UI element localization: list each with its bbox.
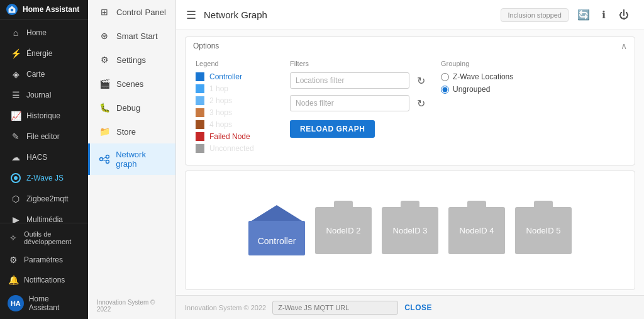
node-4-shape: NodeID 4 [448, 207, 505, 254]
svg-line-8 [103, 160, 106, 161]
radio-locations-label: Z-Wave Locations [453, 72, 513, 81]
legend-item-hop3: 3 hops [196, 108, 277, 117]
legend-item-unconnected: Unconnected [196, 144, 277, 153]
submenu-item-smart-start-label: Smart Start [116, 31, 158, 41]
radio-locations[interactable] [441, 73, 449, 81]
failed-color-swatch [196, 132, 204, 141]
controller-legend-link[interactable]: Controller [209, 72, 242, 81]
hop2-color-swatch [196, 96, 204, 105]
sidebar-item-hacs[interactable]: ☁ HACS [3, 147, 86, 167]
options-label: Options [193, 42, 219, 50]
network-graph-icon [99, 154, 109, 165]
legend-item-hop2: 2 hops [196, 96, 277, 105]
file-editor-icon: ✎ [10, 131, 21, 142]
hop4-color-swatch [196, 120, 204, 129]
info-header-button[interactable]: ℹ [594, 5, 614, 25]
sidebar-item-zigbee-label: Zigbee2mqtt [26, 194, 69, 203]
node-filter-select[interactable]: Nodes filter [290, 95, 409, 111]
node-controller[interactable]: Controller [248, 205, 305, 255]
svg-point-4 [99, 158, 103, 161]
node-2[interactable]: NodeID 2 [315, 207, 372, 254]
legend-item-failed: Failed Node [196, 132, 277, 141]
node-3[interactable]: NodeID 3 [382, 207, 438, 254]
energy-icon: ⚡ [10, 48, 21, 59]
sidebar-item-journal[interactable]: ☰ Journal [3, 85, 86, 105]
submenu-item-store[interactable]: 📁 Store [88, 120, 175, 143]
submenu-item-control-panel-label: Control Panel [116, 8, 166, 17]
submenu-item-network-graph[interactable]: Network graph [88, 143, 175, 175]
node-2-shape: NodeID 2 [315, 207, 372, 254]
submenu-item-network-graph-label: Network graph [116, 150, 167, 169]
control-panel-icon: ⊞ [99, 6, 110, 18]
sidebar-item-home-label: Home [26, 28, 47, 37]
hop1-label: 1 hop [209, 84, 228, 93]
refresh-header-button[interactable]: 🔄 [574, 5, 594, 25]
submenu: ⊞ Control Panel ⊛ Smart Start ⚙ Settings… [88, 0, 176, 319]
sidebar-item-parametres[interactable]: ⚙ Paramètres [0, 250, 88, 270]
node-5-tab [534, 201, 553, 208]
history-icon: 📈 [10, 110, 21, 121]
sidebar-item-dev-tools-label: Outils de développement [24, 230, 80, 245]
sidebar-item-notifications-label: Notifications [24, 276, 65, 284]
sidebar-item-historique[interactable]: 📈 Historique [3, 106, 86, 126]
sidebar-item-ha-user[interactable]: HA Home Assistant [0, 290, 88, 316]
scenes-icon: 🎬 [99, 78, 110, 89]
sidebar-item-dev-tools[interactable]: ✧ Outils de développement [0, 226, 88, 250]
content: ☰ Network Graph Inclusion stopped 🔄 ℹ ⏻ … [176, 0, 644, 319]
sidebar-item-zigbee[interactable]: ⬡ Zigbee2mqtt [3, 189, 86, 209]
svg-line-7 [103, 157, 106, 159]
mqtt-url-input[interactable] [272, 301, 398, 315]
svg-point-1 [11, 9, 14, 12]
legend-column: Legend Controller 1 hop 2 hops [196, 60, 277, 156]
location-filter-refresh-icon[interactable]: ↻ [413, 73, 428, 88]
submenu-item-debug[interactable]: 🐛 Debug [88, 96, 175, 120]
sidebar-item-notifications[interactable]: 🔔 Notifications [0, 270, 88, 290]
submenu-settings-icon: ⚙ [99, 54, 110, 65]
radio-ungrouped-label: Ungrouped [453, 85, 490, 94]
svg-point-5 [106, 155, 109, 159]
submenu-item-settings[interactable]: ⚙ Settings [88, 48, 175, 72]
submenu-item-scenes-label: Scenes [116, 79, 143, 89]
node-5[interactable]: NodeID 5 [515, 207, 572, 254]
sidebar-item-energie[interactable]: ⚡ Énergie [3, 43, 86, 64]
submenu-item-control-panel[interactable]: ⊞ Control Panel [88, 0, 175, 24]
bottom-bar: Innovation System © 2022 CLOSE [176, 295, 644, 319]
submenu-item-debug-label: Debug [116, 103, 140, 113]
node-filter-row: Nodes filter ↻ [290, 95, 428, 111]
settings-icon: ⚙ [8, 254, 19, 266]
node-3-label: NodeID 3 [393, 226, 428, 235]
sidebar-item-home[interactable]: ⌂ Home [3, 23, 86, 43]
submenu-item-store-label: Store [116, 127, 136, 137]
inclusion-status-badge: Inclusion stopped [501, 8, 569, 22]
submenu-item-smart-start[interactable]: ⊛ Smart Start [88, 24, 175, 48]
svg-point-6 [106, 160, 109, 164]
hamburger-icon[interactable]: ☰ [186, 8, 196, 22]
options-header[interactable]: Options ∧ [186, 37, 635, 55]
close-button[interactable]: CLOSE [404, 303, 432, 312]
bottom-footer-text: Innovation System © 2022 [185, 304, 266, 311]
node-filter-refresh-icon[interactable]: ↻ [413, 96, 428, 111]
submenu-footer: Innovation System © 2022 [88, 293, 175, 319]
radio-ungrouped[interactable] [441, 86, 449, 94]
node-4[interactable]: NodeID 4 [448, 207, 505, 254]
filters-column: Filters Locations filter ↻ Nodes filter … [290, 60, 428, 156]
sidebar-item-file-editor[interactable]: ✎ File editor [3, 126, 86, 147]
hop1-color-swatch [196, 84, 204, 93]
sidebar-item-multimedia-label: Multimédia [26, 215, 63, 223]
reload-graph-button[interactable]: RELOAD GRAPH [290, 120, 375, 138]
submenu-item-scenes[interactable]: 🎬 Scenes [88, 72, 175, 96]
grouping-radio-ungrouped[interactable]: Ungrouped [441, 85, 529, 94]
location-filter-select[interactable]: Locations filter [290, 72, 409, 89]
bell-icon: 🔔 [8, 274, 19, 286]
grouping-radio-locations[interactable]: Z-Wave Locations [441, 72, 529, 81]
legend-title: Legend [196, 60, 277, 67]
sidebar-item-zwave[interactable]: Z-Wave JS [3, 168, 86, 188]
sidebar-nav: ⌂ Home ⚡ Énergie ◈ Carte ☰ Journal 📈 His… [0, 20, 88, 223]
page-title: Network Graph [204, 9, 501, 20]
failed-legend-link[interactable]: Failed Node [209, 132, 250, 141]
controller-color-swatch [196, 72, 204, 81]
filters-title: Filters [290, 60, 428, 67]
sidebar-item-multimedia[interactable]: ▶ Multimédia [3, 210, 86, 223]
power-header-button[interactable]: ⏻ [614, 5, 634, 25]
sidebar-item-carte[interactable]: ◈ Carte [3, 64, 86, 84]
